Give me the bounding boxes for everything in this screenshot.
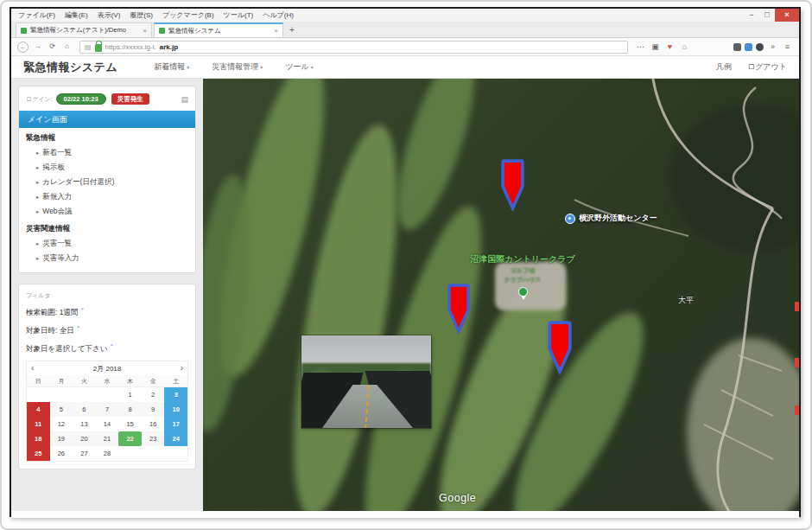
- poi-golf-club[interactable]: 沼津国際カントリークラブ ゴルフ場 クラブハウス: [441, 253, 605, 297]
- calendar-day[interactable]: 16: [142, 417, 165, 431]
- calendar-day[interactable]: 1: [118, 387, 142, 402]
- sidebar-item-disaster-entry[interactable]: ▸災害等入力: [26, 251, 188, 265]
- calendar-day: [118, 446, 142, 461]
- google-logo: Google: [439, 492, 476, 504]
- calendar-day-saturday[interactable]: 24: [164, 431, 187, 446]
- calendar-day[interactable]: 15: [118, 417, 142, 431]
- menu-file[interactable]: ファイル(F): [18, 10, 55, 20]
- incident-marker-3[interactable]: [548, 321, 572, 374]
- calendar-day-sunday[interactable]: 11: [27, 417, 50, 431]
- incident-marker-1[interactable]: [501, 159, 524, 211]
- extension-icon-1[interactable]: [733, 43, 741, 51]
- nav-disaster-dropdown[interactable]: 災害情報管理▾: [212, 61, 263, 73]
- calendar-day[interactable]: 7: [96, 402, 119, 417]
- panel-menu-icon[interactable]: ▤: [181, 95, 188, 104]
- calendar-week: 4 5 6 7 8 9 10: [27, 402, 187, 417]
- sidebar-item-main-screen[interactable]: メイン画面: [19, 111, 195, 128]
- filter-target-time[interactable]: 対象日時: 全日＊: [26, 324, 188, 336]
- home-icon[interactable]: ⌂: [61, 42, 73, 53]
- maximize-button[interactable]: □: [759, 9, 775, 22]
- tab-title: 緊急情報システム(テスト)/Demo: [30, 26, 139, 35]
- chevron-down-icon: ▾: [311, 65, 314, 70]
- help-asterisk-icon: ＊: [110, 343, 115, 348]
- satellite-map[interactable]: 横沢野外活動センター 沼津国際カントリークラブ ゴルフ場 クラブハウス 大平: [203, 79, 799, 511]
- poi-activity-center[interactable]: 横沢野外活動センター: [565, 213, 657, 224]
- menu-history[interactable]: 履歴(S): [130, 10, 153, 20]
- filter-search-range[interactable]: 検索範囲: 1週間＊: [26, 306, 188, 318]
- overflow-icon[interactable]: »: [767, 42, 778, 51]
- calendar-day[interactable]: 12: [50, 417, 73, 431]
- tab-favicon: [21, 28, 27, 34]
- new-tab-button[interactable]: +: [285, 22, 299, 37]
- forward-icon[interactable]: →: [32, 42, 43, 53]
- calendar-day[interactable]: 19: [50, 431, 73, 446]
- address-bar[interactable]: ▤ https://xxxxx.lg-l. ark.jp: [79, 41, 628, 54]
- app-title: 緊急情報システム: [23, 60, 117, 75]
- tab-close-icon[interactable]: ×: [274, 27, 278, 35]
- close-button[interactable]: ×: [775, 9, 799, 22]
- more-tools-icon[interactable]: ⋯: [635, 42, 646, 51]
- calendar-day[interactable]: 23: [142, 431, 165, 446]
- extension-icon-2[interactable]: [745, 43, 752, 51]
- nav-tools-dropdown[interactable]: ツール▾: [285, 61, 313, 73]
- app-header: 緊急情報システム 新着情報▾ 災害情報管理▾ ツール▾ 凡例 ログアウト: [11, 56, 799, 79]
- calendar-day[interactable]: 28: [96, 446, 119, 461]
- sidebar-item-new-entry[interactable]: ▸新規入力: [26, 189, 188, 204]
- calendar-day-saturday[interactable]: 17: [164, 417, 187, 431]
- calendar-day-saturday[interactable]: 10: [164, 402, 187, 417]
- filter-panel: フィルタ 検索範囲: 1週間＊ 対象日時: 全日＊ 対象日を選択して下さい＊ ‹…: [18, 284, 196, 469]
- sidebar-item-new-list[interactable]: ▸新着一覧: [26, 145, 188, 160]
- nav-news-dropdown[interactable]: 新着情報▾: [154, 61, 189, 73]
- tab-demo[interactable]: 緊急情報システム(テスト)/Demo ×: [16, 22, 152, 37]
- sidebar-item-calendar[interactable]: ▸カレンダー(日付選択): [26, 175, 188, 189]
- tree-arrow-icon: ▸: [36, 208, 39, 215]
- calendar-day-sunday[interactable]: 18: [27, 431, 50, 446]
- calendar-day[interactable]: 26: [50, 446, 73, 461]
- calendar-week: 11 12 13 14 15 16 17: [27, 417, 187, 431]
- extension-icon-3[interactable]: [756, 43, 764, 51]
- filter-title: フィルタ: [26, 291, 188, 300]
- calendar-day[interactable]: 9: [142, 402, 165, 417]
- tab-active[interactable]: 緊急情報システム ×: [154, 22, 283, 37]
- calendar-day-sunday[interactable]: 4: [27, 402, 50, 417]
- calendar-day[interactable]: 2: [142, 387, 165, 402]
- calendar-week: 1 2 3: [27, 387, 187, 402]
- calendar-day[interactable]: 14: [96, 417, 119, 431]
- calendar-day[interactable]: 5: [50, 402, 73, 417]
- menu-help[interactable]: ヘルプ(H): [263, 10, 294, 20]
- url-toolbar: ← → ⟳ ⌂ ▤ https://xxxxx.lg-l. ark.jp ⋯ ▣…: [11, 38, 799, 56]
- sidebar-item-disaster-list[interactable]: ▸災害一覧: [26, 236, 188, 251]
- header-links: 凡例 ログアウト: [716, 61, 787, 73]
- sidebar-toggle-icon[interactable]: ⌂: [679, 42, 690, 51]
- sidebar-item-board[interactable]: ▸掲示板: [26, 160, 188, 175]
- main-content: ログイン: 02/22 10:23 災害発生 ▤ メイン画面 緊急情報 ▸新着一…: [11, 79, 799, 518]
- menu-tools[interactable]: ツール(T): [224, 10, 254, 20]
- hamburger-menu-icon[interactable]: ≡: [782, 42, 793, 51]
- logout-link[interactable]: ログアウト: [747, 61, 787, 73]
- calendar-day[interactable]: 8: [118, 402, 142, 417]
- calendar-day-saturday[interactable]: 3: [164, 387, 187, 402]
- minimize-button[interactable]: −: [744, 9, 759, 22]
- tree-arrow-icon: ▸: [36, 150, 39, 156]
- menu-bookmarks[interactable]: ブックマーク(B): [162, 10, 214, 20]
- legend-link[interactable]: 凡例: [716, 61, 732, 73]
- reader-mode-icon[interactable]: ▣: [650, 42, 661, 51]
- calendar-day[interactable]: 13: [73, 417, 96, 431]
- reload-icon[interactable]: ⟳: [47, 42, 58, 53]
- calendar-day-selected[interactable]: 22: [118, 431, 142, 446]
- pocket-icon[interactable]: ♥: [664, 42, 676, 51]
- calendar-day[interactable]: 21: [96, 431, 119, 446]
- menu-view[interactable]: 表示(V): [98, 10, 121, 20]
- app-nav: 新着情報▾ 災害情報管理▾ ツール▾: [154, 61, 313, 73]
- back-icon[interactable]: ←: [17, 42, 29, 53]
- calendar-day[interactable]: 20: [73, 431, 96, 446]
- calendar-day-sunday[interactable]: 25: [27, 446, 50, 461]
- sidebar-item-web-meeting[interactable]: ▸Web会議: [26, 204, 188, 219]
- calendar-day[interactable]: 27: [73, 446, 96, 461]
- tab-close-icon[interactable]: ×: [143, 27, 147, 35]
- url-text: https://xxxxx.lg-l.: [105, 43, 156, 51]
- incident-photo[interactable]: [301, 335, 431, 428]
- menu-edit[interactable]: 編集(E): [65, 10, 88, 20]
- calendar-next-icon[interactable]: ›: [181, 362, 183, 374]
- calendar-day[interactable]: 6: [73, 402, 96, 417]
